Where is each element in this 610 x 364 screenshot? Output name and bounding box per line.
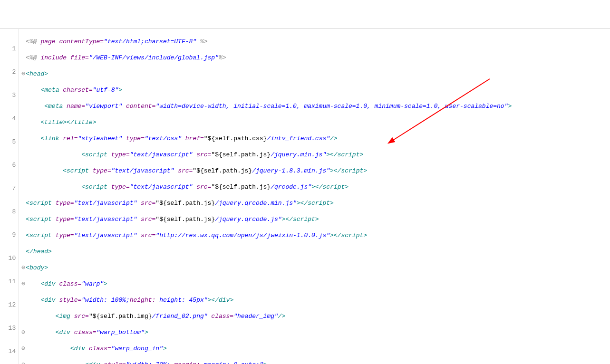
code-line[interactable]: <script type="text/javascript" src="${se…	[21, 150, 610, 159]
code-line[interactable]: ⊖ <div class="warp_dong_in">	[21, 344, 610, 353]
code-line[interactable]: <div style="width: 100%;height: height: …	[21, 296, 610, 305]
code-line[interactable]: <meta charset="utf-8">	[21, 86, 610, 95]
code-line[interactable]: ⊖ <div class="warp_bottom">	[21, 328, 610, 337]
line-number: 7	[1, 184, 16, 193]
code-line[interactable]: </head>	[21, 247, 610, 256]
fold-icon[interactable]: ⊖	[21, 360, 26, 364]
line-number: 9	[1, 230, 16, 239]
code-line[interactable]: <%@ page contentType="text/html;charset=…	[21, 37, 610, 46]
code-line[interactable]: <%@ include file="/WEB-INF/views/include…	[21, 53, 610, 62]
line-number: 13	[1, 324, 16, 333]
code-line[interactable]: <img src="${self.path.img}/friend_02.png…	[21, 312, 610, 321]
code-line[interactable]: <script type="text/javascript" src="${se…	[21, 199, 610, 208]
code-content[interactable]: <%@ page contentType="text/html;charset=…	[19, 29, 610, 364]
code-line[interactable]: <script type="text/javascript" src="${se…	[21, 215, 610, 224]
code-line[interactable]: <script type="text/javascript" src="${se…	[21, 166, 610, 175]
code-line[interactable]: ⊖<body>	[21, 263, 610, 272]
fold-icon[interactable]: ⊖	[21, 263, 26, 272]
code-editor[interactable]: 1 2 3 4 5 6 7 8 9 10 11 12 13 14 15 16 1…	[0, 29, 610, 364]
code-line[interactable]: ⊖<head>	[21, 69, 610, 78]
code-line[interactable]: <title></title>	[21, 118, 610, 127]
code-line[interactable]: <meta name="viewport" content="width=dev…	[21, 102, 610, 111]
line-number: 4	[1, 114, 16, 123]
code-line[interactable]: ⊖ <div class="warp">	[21, 279, 610, 288]
line-number: 6	[1, 161, 16, 170]
fold-icon[interactable]: ⊖	[21, 328, 26, 337]
line-number: 14	[1, 347, 16, 356]
line-number: 10	[1, 254, 16, 263]
fold-icon[interactable]: ⊖	[21, 69, 26, 78]
line-number: 3	[1, 91, 16, 100]
code-line[interactable]: ⊖ <div style="width: 70%; margin: margin…	[21, 360, 610, 364]
line-number-gutter: 1 2 3 4 5 6 7 8 9 10 11 12 13 14 15 16 1…	[0, 29, 19, 364]
code-line[interactable]: <link rel="stylesheet" type="text/css" h…	[21, 134, 610, 143]
line-number: 1	[1, 44, 16, 53]
line-number: 5	[1, 137, 16, 146]
code-line[interactable]: <script type="text/javascript" src="${se…	[21, 182, 610, 192]
line-number: 8	[1, 207, 16, 216]
line-number: 2	[1, 67, 16, 77]
line-number: 11	[1, 277, 16, 286]
line-number: 12	[1, 300, 16, 309]
fold-icon[interactable]: ⊖	[21, 279, 26, 288]
code-line[interactable]: <script type="text/javascript" src="http…	[21, 231, 610, 240]
fold-icon[interactable]: ⊖	[21, 344, 26, 353]
